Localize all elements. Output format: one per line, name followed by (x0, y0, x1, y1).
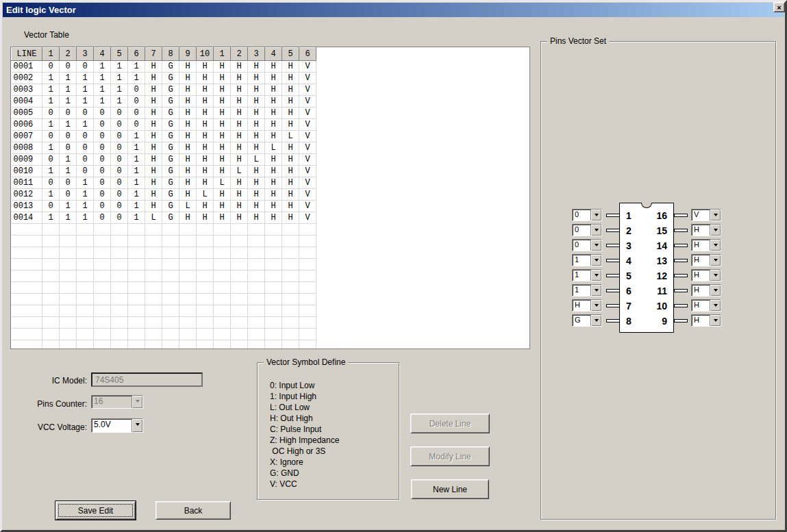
grid-cell[interactable]: 0 (60, 142, 77, 154)
grid-cell[interactable]: 0 (60, 177, 77, 189)
grid-empty-cell[interactable] (94, 305, 111, 317)
grid-empty-cell[interactable] (42, 224, 60, 236)
grid-empty-cell[interactable] (282, 317, 299, 329)
grid-cell[interactable]: H (248, 189, 265, 201)
grid-cell[interactable]: 0 (94, 154, 111, 166)
grid-cell[interactable]: H (197, 131, 214, 142)
grid-empty-cell[interactable] (77, 282, 94, 294)
grid-cell[interactable]: G (162, 142, 179, 154)
vector-table-grid[interactable]: LINE12345678910123456 0001000111HGHHHHHH… (10, 47, 530, 349)
grid-empty-cell[interactable] (111, 294, 128, 305)
grid-empty-cell[interactable] (94, 236, 111, 247)
grid-empty-cell[interactable] (162, 340, 179, 350)
grid-empty-cell[interactable] (77, 305, 94, 317)
grid-cell[interactable]: H (197, 96, 214, 107)
grid-cell[interactable]: H (231, 201, 248, 212)
grid-cell[interactable]: H (231, 189, 248, 201)
grid-cell[interactable]: 0 (111, 177, 128, 189)
grid-cell[interactable]: 1 (77, 177, 94, 189)
grid-cell[interactable]: G (162, 61, 179, 73)
grid-empty-cell[interactable] (248, 247, 265, 259)
pin-13-select[interactable]: H (691, 254, 721, 266)
grid-cell[interactable]: H (248, 107, 265, 119)
grid-cell[interactable]: H (231, 73, 248, 84)
grid-cell[interactable]: H (282, 166, 299, 177)
grid-empty-cell[interactable] (162, 270, 179, 282)
grid-empty-cell[interactable] (265, 282, 282, 294)
grid-cell[interactable]: 0 (42, 154, 60, 166)
grid-cell[interactable]: H (248, 212, 265, 224)
grid-cell[interactable]: 0 (128, 96, 145, 107)
grid-cell[interactable]: H (145, 166, 162, 177)
grid-cell[interactable]: 1 (60, 201, 77, 212)
grid-empty-row[interactable] (12, 317, 316, 329)
grid-cell[interactable]: H (214, 142, 231, 154)
grid-empty-cell[interactable] (111, 317, 128, 329)
grid-cell[interactable]: H (214, 189, 231, 201)
grid-cell[interactable]: H (265, 166, 282, 177)
grid-empty-cell[interactable] (299, 224, 316, 236)
grid-empty-cell[interactable] (60, 282, 77, 294)
grid-cell[interactable]: L (214, 177, 231, 189)
grid-cell[interactable]: 1 (42, 142, 60, 154)
grid-row[interactable]: 0009010001HGHHHHLHHV (12, 154, 316, 166)
grid-empty-cell[interactable] (231, 305, 248, 317)
grid-empty-cell[interactable] (231, 329, 248, 340)
grid-cell[interactable]: 0 (128, 107, 145, 119)
grid-cell[interactable]: H (282, 96, 299, 107)
grid-cell[interactable]: 1 (128, 142, 145, 154)
grid-cell[interactable]: 1 (60, 166, 77, 177)
new-line-button[interactable]: New Line (411, 479, 489, 499)
dropdown-arrow-button[interactable] (590, 225, 601, 236)
grid-empty-cell[interactable] (265, 259, 282, 270)
grid-cell[interactable]: H (231, 107, 248, 119)
grid-cell[interactable]: 0 (94, 119, 111, 131)
grid-empty-cell[interactable] (94, 247, 111, 259)
grid-empty-cell[interactable] (197, 270, 214, 282)
grid-empty-cell[interactable] (299, 340, 316, 350)
grid-empty-cell[interactable] (145, 224, 162, 236)
grid-cell[interactable]: H (231, 142, 248, 154)
grid-cell[interactable]: 0 (94, 131, 111, 142)
grid-cell[interactable]: 1 (111, 61, 128, 73)
grid-row[interactable]: 0014111001LGHHHHHHHV (12, 212, 316, 224)
pins-counter-select[interactable]: 16 (91, 395, 143, 409)
dropdown-arrow-button[interactable] (590, 285, 601, 296)
grid-cell[interactable]: H (179, 96, 197, 107)
grid-empty-cell[interactable] (145, 236, 162, 247)
grid-cell[interactable]: 1 (77, 73, 94, 84)
grid-empty-row[interactable] (12, 329, 316, 340)
grid-cell[interactable]: H (248, 96, 265, 107)
grid-empty-cell[interactable] (214, 270, 231, 282)
grid-cell[interactable]: H (179, 189, 197, 201)
grid-empty-cell[interactable] (94, 224, 111, 236)
grid-empty-cell[interactable] (12, 329, 42, 340)
grid-empty-cell[interactable] (179, 236, 197, 247)
grid-row[interactable]: 0013011001HGLHHHHHHV (12, 201, 316, 212)
grid-cell[interactable]: H (214, 131, 231, 142)
grid-empty-cell[interactable] (282, 305, 299, 317)
grid-empty-cell[interactable] (94, 329, 111, 340)
grid-cell[interactable]: H (265, 189, 282, 201)
grid-cell[interactable]: V (299, 189, 316, 201)
grid-empty-cell[interactable] (231, 224, 248, 236)
grid-cell[interactable]: G (162, 189, 179, 201)
grid-empty-cell[interactable] (248, 329, 265, 340)
grid-line-cell[interactable]: 0013 (12, 201, 42, 212)
grid-cell[interactable]: V (299, 61, 316, 73)
grid-empty-cell[interactable] (299, 329, 316, 340)
grid-cell[interactable]: 0 (111, 142, 128, 154)
grid-cell[interactable]: L (265, 142, 282, 154)
grid-empty-cell[interactable] (179, 305, 197, 317)
grid-cell[interactable]: 1 (128, 154, 145, 166)
grid-empty-cell[interactable] (265, 224, 282, 236)
grid-empty-cell[interactable] (299, 317, 316, 329)
grid-empty-cell[interactable] (94, 270, 111, 282)
grid-empty-cell[interactable] (60, 294, 77, 305)
grid-cell[interactable]: H (248, 73, 265, 84)
grid-row[interactable]: 0004111110HGHHHHHHHV (12, 96, 316, 107)
grid-cell[interactable]: V (299, 166, 316, 177)
grid-row[interactable]: 0001000111HGHHHHHHHV (12, 61, 316, 73)
grid-empty-cell[interactable] (282, 247, 299, 259)
grid-empty-cell[interactable] (162, 224, 179, 236)
